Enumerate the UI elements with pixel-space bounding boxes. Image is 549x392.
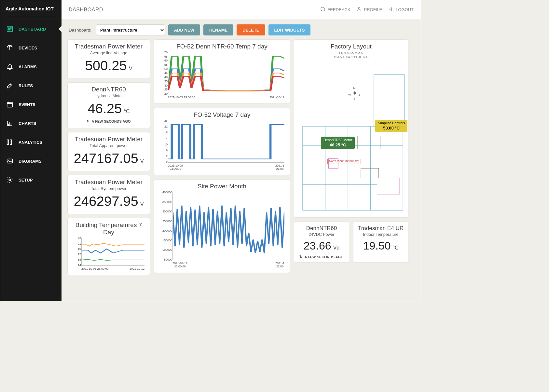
card-sub: Average line Voltage — [71, 51, 146, 55]
nav-alarms[interactable]: ALARMS — [0, 57, 62, 76]
compass-icon: N W ✦ E S — [348, 87, 361, 100]
svg-point-11 — [359, 7, 360, 9]
unit: °C — [124, 109, 130, 115]
card-e4ur[interactable]: Tradesman E4 UR Indoor Temperature 19.50… — [353, 222, 408, 263]
edit-widgets-button[interactable]: EDIT WIDGETS — [268, 24, 311, 35]
svg-point-1 — [8, 28, 9, 29]
edit-icon — [6, 82, 13, 89]
svg-rect-13 — [374, 75, 405, 127]
refresh-icon: ↻ — [299, 255, 302, 259]
map-badge-snapline[interactable]: Snapline Controls 53.00 °C — [375, 120, 407, 132]
nav-label: DIAGRAMS — [19, 159, 42, 164]
page-title: DASHBOARD — [69, 7, 103, 13]
chart-body: 262218141062-2 — [168, 120, 284, 163]
add-new-button[interactable]: ADD NEW — [168, 24, 200, 35]
card-apparent[interactable]: Tradesman Power Meter Total Apparent pow… — [67, 132, 150, 171]
card-voltage[interactable]: Tradesman Power Meter Average line Volta… — [67, 39, 150, 78]
profile-link[interactable]: PROFILE — [357, 7, 382, 13]
nav-setup[interactable]: SETUP — [0, 170, 62, 189]
y-axis: 7065605550454035302520 — [158, 51, 168, 95]
card-volt7-chart[interactable]: FO-52 Voltage 7 day 262218141062-2 2021-… — [154, 108, 290, 175]
refresh-icon: ↻ — [87, 119, 89, 123]
card-sub: Indoor Temperature — [357, 232, 405, 237]
layout-body: N W ✦ E S — [296, 61, 406, 214]
sliders-icon — [6, 25, 13, 33]
thermostat-label[interactable]: North Plant Thermostat — [327, 159, 361, 164]
x-axis: 2021-10-05 23:00:002021-10-12 — [168, 96, 284, 99]
nav-charts[interactable]: CHARTS — [0, 114, 62, 133]
nav-label: EVENTS — [19, 102, 35, 107]
dashboard-label: Dashboard: — [69, 28, 91, 33]
x-axis: 2021-10-05 23:00:002021-1 21:00 — [168, 164, 284, 170]
rename-button[interactable]: RENAME — [203, 24, 233, 35]
profile-label: PROFILE — [364, 7, 382, 12]
dashboard-toolbar: Dashboard: Plant Infrastructure ADD NEW … — [62, 19, 421, 39]
badge-temp: 46.25 °C — [323, 142, 352, 148]
nav-label: CHARTS — [19, 121, 36, 126]
nav-analytics[interactable]: ANALYTICS — [0, 133, 62, 152]
chart-title: Site Power Month — [158, 183, 286, 190]
layout-title: Factory Layout — [296, 43, 406, 50]
card-title: Tradesman Power Meter — [71, 136, 146, 143]
unit: V — [140, 158, 144, 164]
sidebar: Agile Automation IOT DASHBOARD DEVICES A… — [0, 0, 62, 301]
feedback-link[interactable]: FEEDBACK — [320, 7, 350, 13]
card-temp7-chart[interactable]: FO-52 Denn NTR-60 Temp 7 day 70656055504… — [154, 39, 290, 104]
unit: V — [129, 66, 132, 72]
chart-body: 232119171514 — [81, 238, 144, 266]
card-system[interactable]: Tradesman Power Meter Total System power… — [67, 175, 150, 214]
card-title: DennNTR60 — [71, 86, 146, 93]
card-sub: Total System power — [71, 186, 146, 191]
card-sub: 24VDC Power — [297, 232, 346, 237]
svg-rect-7 — [10, 140, 12, 145]
dashboard-select[interactable]: Plant Infrastructure — [96, 24, 165, 35]
calendar-icon — [6, 101, 13, 108]
value: 46.25 — [88, 101, 122, 116]
unit: °C — [393, 245, 399, 251]
card-power-month-chart[interactable]: Site Power Month 40000035000030000025000… — [154, 179, 290, 273]
chart-body: 4000003500003000002500002000001500001000… — [172, 192, 284, 260]
logout-link[interactable]: LOGOUT — [389, 7, 414, 13]
card-title: Tradesman Power Meter — [71, 43, 146, 50]
nav-label: SETUP — [19, 178, 33, 182]
nav-events[interactable]: EVENTS — [0, 95, 62, 114]
card-factory-layout[interactable]: Factory Layout TRADESMANMANUFACTURING N … — [294, 39, 408, 218]
badge-temp: 53.00 °C — [378, 126, 405, 131]
card-ntr60[interactable]: DennNTR60 Hydraulic Motor 46.25°C ↻A FEW… — [67, 82, 150, 128]
card-sub: Hydraulic Motor — [71, 94, 146, 98]
nav-diagrams[interactable]: DIAGRAMS — [0, 152, 62, 170]
nav-label: ALARMS — [19, 64, 37, 69]
nav-dashboard[interactable]: DASHBOARD — [0, 20, 62, 38]
feedback-icon — [320, 7, 325, 13]
card-ntr60-24v[interactable]: DennNTR60 24VDC Power 23.66Vd ↻A FEW SEC… — [294, 222, 349, 263]
nav-label: DEVICES — [19, 46, 37, 50]
y-axis: 232119171514 — [71, 237, 81, 267]
delete-button[interactable]: DELETE — [237, 24, 265, 35]
nav-devices[interactable]: DEVICES — [0, 38, 62, 57]
svg-rect-5 — [7, 102, 13, 107]
nav-rules[interactable]: RULES — [0, 76, 62, 95]
svg-point-2 — [9, 29, 10, 30]
unit: Vd — [333, 245, 340, 251]
card-building-temp-chart[interactable]: Building Temperatures 7 Day 232119171514… — [67, 218, 150, 275]
layout-brand: TRADESMANMANUFACTURING — [296, 51, 406, 59]
svg-rect-6 — [7, 140, 9, 145]
value: 19.50 — [363, 239, 391, 252]
svg-point-4 — [9, 46, 10, 47]
topbar: DASHBOARD FEEDBACK PROFILE LOGOUT — [62, 0, 421, 19]
value: 247167.05 — [74, 151, 138, 166]
antenna-icon — [6, 44, 13, 51]
card-sub: Total Apparent power — [71, 143, 146, 148]
chart-title: Building Temperatures 7 Day — [71, 222, 146, 236]
y-axis: 4000003500003000002500002000001500001000… — [158, 191, 172, 261]
card-title: Tradesman E4 UR — [357, 225, 405, 232]
map-badge-denn[interactable]: DennNTR60 Motor 46.25 °C — [321, 137, 355, 149]
chart-body: 7065605550454035302520 — [168, 52, 284, 94]
value: 23.66 — [304, 239, 331, 252]
main: DASHBOARD FEEDBACK PROFILE LOGOUT Dashbo… — [62, 0, 421, 301]
feedback-label: FEEDBACK — [327, 7, 350, 12]
chart-title: FO-52 Voltage 7 day — [158, 111, 286, 118]
ruler-icon — [6, 139, 13, 146]
timestamp: A FEW SECONDS AGO — [91, 119, 130, 123]
nav-label: ANALYTICS — [19, 140, 42, 145]
